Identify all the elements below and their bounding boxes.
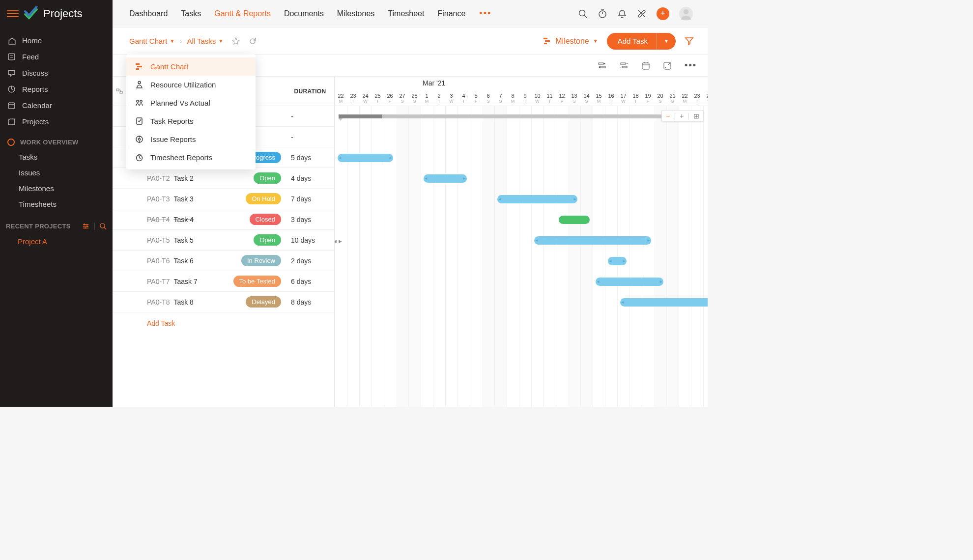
pane-splitter[interactable]: ◄► bbox=[335, 238, 343, 244]
dropdown-item-resource-utilization[interactable]: Resource Utilization bbox=[126, 76, 256, 94]
avatar[interactable] bbox=[679, 7, 693, 21]
critical-path-icon[interactable] bbox=[598, 61, 607, 70]
calendar-icon[interactable] bbox=[641, 61, 650, 70]
tab-finance[interactable]: Finance bbox=[437, 9, 465, 18]
fullscreen-icon[interactable] bbox=[663, 61, 672, 70]
reload-icon[interactable] bbox=[249, 37, 257, 45]
svg-rect-17 bbox=[544, 38, 547, 39]
zoom-in[interactable]: + bbox=[676, 112, 687, 120]
gantt-bar[interactable] bbox=[559, 216, 590, 224]
gantt-bar[interactable]: ◄► bbox=[424, 174, 467, 183]
task-row[interactable]: PA0-T6Task 6In Review 2 days bbox=[113, 251, 334, 271]
task-row[interactable]: PA0-T2Task 2Open 4 days bbox=[113, 168, 334, 189]
bell-icon[interactable] bbox=[617, 9, 627, 19]
search-icon[interactable] bbox=[578, 9, 588, 19]
day-col: 20S bbox=[654, 93, 666, 104]
gantt-bar[interactable]: ◄► bbox=[534, 236, 651, 245]
zoom-out[interactable]: − bbox=[662, 112, 674, 120]
dropdown-item-gantt-chart[interactable]: Gantt Chart bbox=[126, 57, 256, 76]
tab-tasks[interactable]: Tasks bbox=[181, 9, 201, 18]
chevron-right-icon: › bbox=[179, 37, 182, 45]
add-button[interactable]: + bbox=[657, 7, 669, 20]
sidebar-sub-milestones[interactable]: Milestones bbox=[0, 180, 113, 196]
sidebar-item-home[interactable]: Home bbox=[0, 32, 113, 49]
tab-timesheet[interactable]: Timesheet bbox=[388, 9, 424, 18]
add-task-button[interactable]: Add Task▼ bbox=[607, 33, 676, 50]
view-select[interactable]: Gantt Chart▼ bbox=[129, 37, 174, 45]
gantt-summary-bar[interactable] bbox=[339, 114, 699, 118]
filter-icon[interactable] bbox=[685, 36, 694, 46]
milestone-view[interactable]: Milestone▼ bbox=[543, 37, 598, 46]
filter-select[interactable]: All Tasks▼ bbox=[187, 37, 223, 45]
day-col: 3W bbox=[445, 93, 458, 104]
timer-icon[interactable] bbox=[598, 9, 607, 19]
task-row[interactable]: PA0-T4Task 4Closed 3 days bbox=[113, 209, 334, 230]
gantt-bar[interactable]: ◄► bbox=[338, 154, 393, 162]
gantt-bar[interactable]: ◄► bbox=[620, 298, 708, 307]
svg-line-34 bbox=[140, 158, 141, 159]
tab-documents[interactable]: Documents bbox=[284, 9, 324, 18]
svg-rect-0 bbox=[8, 54, 15, 60]
tab-dashboard[interactable]: Dashboard bbox=[129, 9, 168, 18]
sidebar-item-calendar[interactable]: Calendar bbox=[0, 97, 113, 113]
sidebar-sub-issues[interactable]: Issues bbox=[0, 165, 113, 180]
star-icon[interactable] bbox=[232, 37, 240, 45]
report-type-icon bbox=[135, 81, 143, 89]
collapse-all-icon[interactable] bbox=[113, 77, 126, 106]
task-row[interactable]: PA0-T8Task 8Delayed 8 days bbox=[113, 292, 334, 312]
day-col: 17W bbox=[617, 93, 630, 104]
svg-rect-4 bbox=[8, 103, 15, 109]
hamburger-menu[interactable] bbox=[7, 8, 19, 20]
gantt-bar[interactable]: ◄► bbox=[497, 195, 577, 203]
sliders-icon[interactable] bbox=[82, 223, 89, 230]
recent-project[interactable]: Project A bbox=[0, 234, 113, 249]
topbar: DashboardTasksGantt & ReportsDocumentsMi… bbox=[113, 0, 708, 28]
svg-point-9 bbox=[100, 223, 105, 227]
sidebar-item-feed[interactable]: Feed bbox=[0, 49, 113, 65]
sidebar-item-reports[interactable]: Reports bbox=[0, 81, 113, 97]
svg-line-10 bbox=[104, 227, 106, 229]
gantt-bar[interactable]: ◄► bbox=[596, 278, 663, 286]
tools-icon[interactable] bbox=[637, 9, 647, 19]
sidebar-item-projects[interactable]: Projects bbox=[0, 113, 113, 130]
sidebar-item-discuss[interactable]: Discuss bbox=[0, 65, 113, 81]
day-col: 10W bbox=[531, 93, 544, 104]
svg-rect-21 bbox=[137, 66, 142, 67]
svg-point-23 bbox=[138, 82, 141, 84]
gantt-bar[interactable]: ◄► bbox=[608, 257, 627, 265]
day-col: 1M bbox=[421, 93, 433, 104]
baseline-icon[interactable] bbox=[620, 61, 629, 70]
svg-rect-37 bbox=[601, 66, 605, 68]
day-col: 7S bbox=[494, 93, 507, 104]
dropdown-item-timesheet-reports[interactable]: Timesheet Reports bbox=[126, 148, 256, 167]
task-row[interactable]: PA0-T3Task 3On Hold 7 days bbox=[113, 189, 334, 209]
more-menu[interactable]: ••• bbox=[479, 8, 491, 19]
tab-milestones[interactable]: Milestones bbox=[337, 9, 374, 18]
day-col: 6S bbox=[482, 93, 494, 104]
day-col: 8M bbox=[507, 93, 519, 104]
day-col: 21S bbox=[666, 93, 679, 104]
more-options[interactable]: ••• bbox=[685, 60, 697, 71]
projects-icon bbox=[7, 117, 16, 126]
task-row[interactable]: PA0-T5Task 5Open 10 days bbox=[113, 230, 334, 251]
day-col: 5F bbox=[470, 93, 482, 104]
dropdown-item-task-reports[interactable]: Task Reports bbox=[126, 112, 256, 130]
day-col: 13S bbox=[568, 93, 580, 104]
work-overview-header[interactable]: WORK OVERVIEW bbox=[0, 130, 113, 149]
day-col: 24W bbox=[703, 93, 708, 104]
tab-gantt-reports[interactable]: Gantt & Reports bbox=[214, 9, 271, 18]
svg-line-12 bbox=[584, 15, 587, 18]
search-icon[interactable] bbox=[99, 223, 107, 230]
report-type-icon bbox=[135, 99, 143, 107]
sidebar-sub-tasks[interactable]: Tasks bbox=[0, 149, 113, 165]
dropdown-item-planned-vs-actual[interactable]: Planned Vs Actual bbox=[126, 94, 256, 112]
timeline[interactable]: Mar '21 22M23T24W25T26F27S28S1M2T3W4T5F6… bbox=[335, 77, 708, 407]
add-task-link[interactable]: Add Task bbox=[113, 312, 334, 327]
svg-rect-47 bbox=[116, 89, 119, 91]
zoom-fit[interactable]: ⊞ bbox=[689, 112, 703, 120]
ring-icon bbox=[7, 139, 15, 146]
task-row[interactable]: PA0-T7Taask 7To be Tested 6 days bbox=[113, 271, 334, 292]
day-col: 27S bbox=[396, 93, 408, 104]
dropdown-item-issue-reports[interactable]: Issue Reports bbox=[126, 130, 256, 148]
sidebar-sub-timesheets[interactable]: Timesheets bbox=[0, 196, 113, 212]
